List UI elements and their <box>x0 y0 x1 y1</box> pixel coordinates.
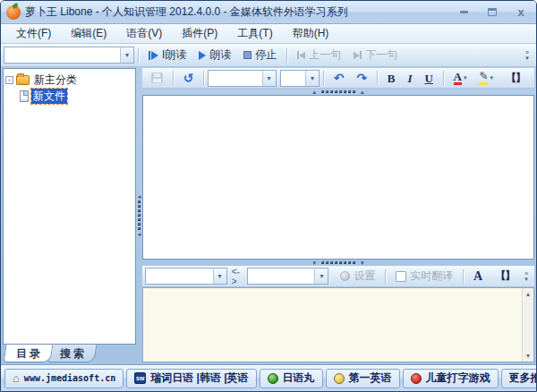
app-logo-icon <box>6 5 21 20</box>
tree-node-label[interactable]: 新主分类 <box>32 72 79 88</box>
translation-toolbar: ▾ <-> ▾ 设置 实时翻译 A <box>142 266 534 287</box>
title-bar: 萝卜王 Libone - 个人知识管理 2012.4.0.0 - 金媒体软件外语… <box>1 1 536 24</box>
underline-button[interactable]: U <box>418 71 439 86</box>
ruici-logo-icon: sw <box>134 372 146 384</box>
chevron-down-icon[interactable]: ▾ <box>314 268 328 284</box>
scroll-down-icon[interactable]: ▾ <box>526 352 530 360</box>
font-color-icon: A <box>454 71 462 86</box>
menu-bar: 文件(F) 编辑(E) 语音(V) 插件(P) 工具(T) 帮助(H) <box>1 24 536 44</box>
editor-canvas[interactable] <box>142 95 534 260</box>
font-family-combobox[interactable]: ▾ <box>208 70 277 87</box>
source-language-combobox[interactable]: ▾ <box>145 268 227 285</box>
document-icon <box>20 90 29 102</box>
maximize-button[interactable] <box>484 5 500 20</box>
font-color-button[interactable]: A ▾ <box>448 69 473 88</box>
skip-forward-icon <box>354 51 362 59</box>
settings-button[interactable]: 设置 <box>334 267 381 285</box>
category-combobox[interactable]: ▾ <box>4 47 134 64</box>
red-badge-icon <box>411 373 422 384</box>
undo-button[interactable]: ↶ <box>328 70 351 86</box>
app-window: 萝卜王 Libone - 个人知识管理 2012.4.0.0 - 金媒体软件外语… <box>0 0 537 392</box>
more-recommendations-button[interactable]: 更多推荐 ▾ <box>501 369 537 388</box>
tree-node-file[interactable]: 新文件 <box>5 88 133 104</box>
menu-file[interactable]: 文件(F) <box>6 24 61 43</box>
reading-toolbar: ▾ I朗读 朗读 停止 上一句 下一句 »▾ <box>1 44 536 67</box>
window-title: 萝卜王 Libone - 个人知识管理 2012.4.0.0 - 金媒体软件外语… <box>25 4 348 20</box>
collapse-left-icon: ◂ <box>138 232 141 236</box>
checkbox-icon[interactable] <box>396 271 406 282</box>
scroll-up-icon[interactable]: ▴ <box>526 290 530 298</box>
bold-button[interactable]: B <box>381 71 402 86</box>
close-button[interactable]: x <box>513 5 529 20</box>
save-button[interactable] <box>145 71 169 85</box>
menu-plugins[interactable]: 插件(P) <box>172 24 227 43</box>
chevron-down-icon[interactable]: ▾ <box>305 71 319 86</box>
tree-node-root[interactable]: - 新主分类 <box>5 72 133 88</box>
status-link-riyuwan[interactable]: 日语丸 <box>260 369 323 388</box>
chevron-down-icon[interactable]: ▾ <box>490 74 493 81</box>
clock-icon <box>334 373 345 384</box>
chevron-down-icon[interactable]: ▾ <box>213 268 226 284</box>
horizontal-splitter-top[interactable]: ▴ ▴ <box>142 89 534 95</box>
window-controls: x <box>456 5 529 20</box>
redo-icon: ↷ <box>356 72 367 84</box>
status-link-typing-game[interactable]: 儿童打字游戏 <box>403 369 499 388</box>
menu-edit[interactable]: 编辑(E) <box>61 24 116 43</box>
folder-icon <box>16 75 30 85</box>
save-icon <box>151 72 163 83</box>
minimize-button[interactable] <box>456 5 472 20</box>
chevron-down-icon[interactable]: ▾ <box>120 47 133 63</box>
menu-tools[interactable]: 工具(T) <box>227 24 282 43</box>
home-icon: ⌂ <box>13 372 20 384</box>
refresh-button[interactable]: ↺ <box>177 70 200 86</box>
highlight-button[interactable]: ✎ ▾ <box>473 69 499 87</box>
stop-button[interactable]: 停止 <box>237 46 283 64</box>
swap-direction-label: <-> <box>227 267 247 286</box>
translation-result-area[interactable]: ▴ ▾ <box>142 287 534 362</box>
tab-search[interactable]: 搜 索 <box>47 345 98 362</box>
editor-toolbar: ↺ ▾ ▾ ↶ ↷ B I U A <box>142 68 534 89</box>
translation-font-button[interactable]: A <box>467 268 489 285</box>
main-area: - 新主分类 新文件 目 录 搜 索 ◂ ◂ <box>1 67 536 364</box>
status-link-diyi-yingyu[interactable]: 第一英语 <box>326 369 400 388</box>
stop-icon <box>243 51 251 59</box>
scrollbar[interactable]: ▴ ▾ <box>522 288 533 362</box>
settings-ball-icon <box>340 271 350 281</box>
refresh-icon: ↺ <box>183 72 194 84</box>
vertical-splitter[interactable]: ◂ ◂ <box>136 68 142 362</box>
italic-button[interactable]: I <box>401 71 418 86</box>
read-selection-button[interactable]: I朗读 <box>142 46 192 64</box>
green-ball-icon <box>268 373 278 384</box>
skip-back-icon <box>297 51 305 59</box>
left-panel: - 新主分类 新文件 目 录 搜 索 <box>3 68 136 362</box>
brackets-button[interactable]: 【】 <box>499 69 532 88</box>
status-bar: ⌂ www.jmediasoft.cn sw 瑞词日语 |韩语 |英语 日语丸 … <box>1 364 536 391</box>
play-icon <box>199 51 206 60</box>
chevron-down-icon[interactable]: ▾ <box>262 71 276 86</box>
redo-button[interactable]: ↷ <box>350 70 373 86</box>
menu-voice[interactable]: 语音(V) <box>116 24 172 43</box>
toolbar-overflow-button[interactable]: »▾ <box>521 269 532 284</box>
next-sentence-button[interactable]: 下一句 <box>347 46 404 64</box>
realtime-translate-toggle[interactable]: 实时翻译 <box>389 267 459 285</box>
tree-node-label-selected[interactable]: 新文件 <box>31 89 67 104</box>
left-panel-tabs: 目 录 搜 索 <box>3 345 136 362</box>
category-combobox-value <box>4 47 120 63</box>
translation-brackets-button[interactable]: 【】 <box>489 267 521 285</box>
chevron-down-icon[interactable]: ▾ <box>464 74 467 81</box>
play-with-bar-icon <box>149 51 158 60</box>
status-link-ruici[interactable]: sw 瑞词日语 |韩语 |英语 <box>126 369 256 388</box>
editor-panel: ↺ ▾ ▾ ↶ ↷ B I U A <box>142 68 534 362</box>
undo-icon: ↶ <box>334 72 345 84</box>
menu-help[interactable]: 帮助(H) <box>283 24 339 43</box>
font-size-combobox[interactable]: ▾ <box>280 70 320 87</box>
tab-catalog[interactable]: 目 录 <box>4 345 54 362</box>
toolbar-overflow-button[interactable]: »▾ <box>521 48 533 63</box>
read-aloud-button[interactable]: 朗读 <box>192 46 237 64</box>
previous-sentence-button[interactable]: 上一句 <box>291 46 347 64</box>
collapse-icon[interactable]: - <box>5 76 13 84</box>
status-link-jmediasoft[interactable]: ⌂ www.jmediasoft.cn <box>4 369 124 388</box>
horizontal-splitter-bottom[interactable]: ▾ ▾ <box>142 260 534 266</box>
target-language-combobox[interactable]: ▾ <box>247 268 329 285</box>
category-tree: - 新主分类 新文件 <box>3 68 136 345</box>
